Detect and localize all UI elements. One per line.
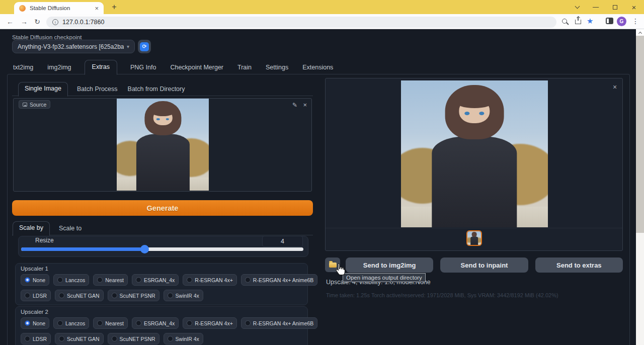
edit-pencil-icon[interactable]: ✎ — [292, 102, 297, 109]
refresh-checkpoints-button[interactable]: ⟳ — [138, 40, 151, 53]
upscaler-option[interactable]: SwinIR 4x — [164, 333, 203, 344]
upscaler-option-label: Nearest — [105, 320, 124, 326]
main-tab[interactable]: Checkpoint Merger — [169, 61, 224, 74]
share-icon[interactable] — [575, 20, 581, 24]
performance-info: Time taken: 1.25s Torch active/reserved:… — [326, 292, 558, 298]
bookmark-star-icon[interactable]: ★ — [587, 17, 593, 26]
scale-tab[interactable]: Scale to — [58, 222, 83, 235]
forward-icon[interactable]: → — [18, 16, 30, 28]
main-tab-label: Extras — [92, 63, 110, 70]
generate-button[interactable]: Generate — [12, 200, 313, 216]
gallery-thumbnail[interactable] — [466, 230, 482, 246]
main-tab[interactable]: Settings — [265, 61, 289, 74]
upscaler-option-label: R-ESRGAN 4x+ — [195, 320, 233, 326]
upscaler-option[interactable]: R-ESRGAN 4x+ — [183, 274, 237, 286]
window-menu-chevron-icon[interactable] — [570, 0, 585, 14]
upscaler-option[interactable]: ESRGAN_4x — [132, 317, 179, 329]
gallery-close-icon[interactable]: × — [613, 83, 617, 91]
upscaler-option[interactable]: ScuNET PSNR — [108, 333, 159, 344]
site-info-icon[interactable]: i — [52, 19, 58, 25]
upscaler-option[interactable]: R-ESRGAN 4x+ Anime6B — [241, 317, 318, 329]
resize-label: Resize — [35, 237, 54, 244]
upscaler-option[interactable]: R-ESRGAN 4x+ — [183, 317, 237, 329]
upscaler-option[interactable]: LDSR — [21, 333, 51, 344]
send-button[interactable]: Send to extras — [535, 257, 623, 273]
upscaler-option[interactable]: None — [21, 317, 49, 329]
upscaler-option[interactable]: R-ESRGAN 4x+ Anime6B — [241, 274, 318, 286]
window-maximize-button[interactable] — [607, 0, 622, 14]
upscaler-option[interactable]: LDSR — [21, 290, 51, 301]
upscaler-option[interactable]: ESRGAN_4x — [132, 274, 179, 286]
upscaler-option-label: R-ESRGAN 4x+ — [195, 277, 233, 283]
radio-icon — [59, 293, 64, 298]
source-chip-label: Source — [30, 102, 46, 108]
send-buttons-row: Send to img2imgSend to inpaintSend to ex… — [346, 257, 623, 273]
main-tab[interactable]: Extensions — [301, 61, 334, 74]
main-tab[interactable]: img2img — [46, 61, 72, 74]
window-minimize-button[interactable]: — — [588, 0, 603, 14]
radio-icon — [57, 277, 63, 283]
main-tab[interactable]: txt2img — [12, 61, 34, 74]
radio-icon — [59, 336, 64, 341]
upscaler-option[interactable]: ScuNET GAN — [55, 290, 104, 301]
main-tab-label: img2img — [47, 64, 71, 71]
result-image[interactable] — [401, 80, 548, 227]
chevron-down-icon: ▾ — [127, 44, 129, 49]
resize-slider-thumb[interactable] — [140, 245, 149, 253]
upscaler-option[interactable]: Lanczos — [53, 274, 89, 286]
main-tab-label: PNG Info — [130, 64, 156, 71]
resize-value-input[interactable]: 4 — [262, 236, 303, 247]
send-button[interactable]: Send to inpaint — [440, 257, 528, 273]
extras-subtab[interactable]: Batch from Directory — [127, 83, 186, 96]
upscaler-option[interactable]: None — [21, 274, 49, 286]
extras-subtab[interactable]: Batch Process — [76, 83, 119, 96]
resize-slider-fill — [21, 247, 144, 251]
radio-icon — [245, 320, 251, 326]
scrollbar-up-icon[interactable] — [636, 29, 644, 36]
url-text: 127.0.0.1:7860 — [62, 19, 104, 26]
browser-tab[interactable]: Stable Diffusion × — [14, 2, 104, 14]
upscaler-option-label: SwinIR 4x — [176, 293, 199, 299]
scrollbar-thumb[interactable] — [636, 36, 644, 233]
upscaler-option-label: ESRGAN_4x — [144, 320, 175, 326]
back-icon[interactable]: ← — [4, 16, 16, 28]
upscaler-option-label: ScuNET GAN — [67, 293, 100, 299]
main-tab[interactable]: Train — [236, 61, 253, 74]
tab-close-icon[interactable]: × — [95, 5, 99, 12]
radio-icon — [57, 320, 63, 326]
window-close-button[interactable]: × — [626, 0, 641, 14]
new-tab-button[interactable]: + — [109, 3, 120, 12]
extras-subtab[interactable]: Single Image — [18, 82, 68, 97]
send-button[interactable]: Send to img2img — [346, 257, 433, 273]
upscaler-option-label: ScuNET PSNR — [120, 336, 155, 342]
radio-icon — [97, 277, 103, 283]
upscaler-option[interactable]: ScuNET GAN — [55, 333, 104, 344]
main-tab-label: txt2img — [13, 64, 33, 71]
upscaler-option[interactable]: Nearest — [93, 274, 128, 286]
page-scrollbar[interactable] — [636, 29, 644, 345]
source-chip: Source — [19, 100, 50, 109]
upscaler1-label: Upscaler 1 — [21, 266, 48, 272]
upscaler-option-label: Nearest — [105, 277, 124, 283]
main-tab[interactable]: Extras — [85, 60, 117, 75]
upscaler-option[interactable]: ScuNET PSNR — [108, 290, 159, 301]
side-panel-icon[interactable] — [606, 18, 613, 24]
checkpoint-value: Anything-V3-fp32.safetensors [625a2ba2] — [18, 43, 124, 50]
extras-subtab-label: Single Image — [25, 85, 61, 92]
profile-avatar[interactable]: G — [617, 17, 626, 26]
address-bar[interactable]: i 127.0.0.1:7860 — [46, 17, 556, 28]
scale-tab[interactable]: Scale by — [13, 221, 50, 236]
upscaler-option-label: R-ESRGAN 4x+ Anime6B — [253, 277, 314, 283]
checkpoint-dropdown[interactable]: Anything-V3-fp32.safetensors [625a2ba2] … — [12, 40, 135, 53]
search-icon[interactable] — [562, 19, 567, 24]
main-tab[interactable]: PNG Info — [129, 61, 157, 74]
radio-icon — [25, 277, 30, 283]
upscaler-option[interactable]: Nearest — [93, 317, 128, 329]
reload-icon[interactable]: ↻ — [31, 16, 43, 28]
upscaler-option[interactable]: SwinIR 4x — [164, 290, 203, 301]
refresh-icon: ⟳ — [140, 42, 149, 51]
browser-menu-icon[interactable]: ⋮ — [632, 17, 639, 25]
main-tabs: txt2imgimg2imgExtrasPNG InfoCheckpoint M… — [12, 60, 334, 74]
clear-image-icon[interactable]: × — [303, 101, 307, 109]
upscaler-option[interactable]: Lanczos — [53, 317, 89, 329]
